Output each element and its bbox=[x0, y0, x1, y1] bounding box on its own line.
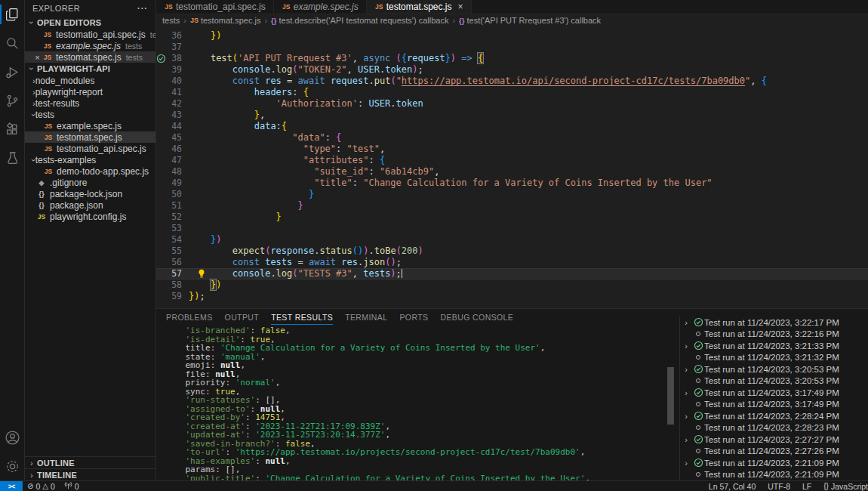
code-token: log bbox=[276, 268, 293, 279]
tree-file-playwright-config-js[interactable]: JSplaywright.config.js bbox=[25, 211, 155, 222]
open-editor-item[interactable]: ×JStestomat.spec.jstests bbox=[25, 51, 155, 63]
sidebar-spacer bbox=[25, 222, 155, 456]
code-line[interactable]: 49 "title": "Change Calculation for a Va… bbox=[156, 178, 868, 189]
tree-folder-node-modules[interactable]: ›node_modules bbox=[25, 75, 155, 86]
project-section-header[interactable]: › PLAYWRIGHT-API bbox=[25, 63, 155, 75]
sidebar-more-icon[interactable]: ··· bbox=[137, 4, 148, 13]
code-line[interactable]: 58 }) bbox=[156, 279, 868, 291]
activity-bar-account-icon[interactable] bbox=[0, 423, 24, 452]
javascript-file-icon: JS bbox=[36, 213, 47, 221]
code-line[interactable]: 53 bbox=[156, 223, 868, 234]
javascript-file-icon: JS bbox=[374, 3, 384, 11]
tree-file-example-spec-js[interactable]: JSexample.spec.js bbox=[25, 120, 155, 131]
code-token: ( bbox=[292, 64, 297, 75]
output-scrollbar[interactable] bbox=[667, 367, 674, 425]
test-run-row[interactable]: ›Test run at 11/24/2023, 2:28:24 PM bbox=[680, 410, 868, 422]
test-run-row[interactable]: ›Test run at 11/24/2023, 3:22:17 PM bbox=[680, 317, 868, 329]
code-line[interactable]: 51 } bbox=[156, 200, 868, 212]
panel-tab-debug-console[interactable]: DEBUG CONSOLE bbox=[440, 310, 513, 324]
test-run-row[interactable]: Test run at 11/24/2023, 3:22:16 PM bbox=[680, 329, 868, 341]
code-line[interactable]: 52 } bbox=[156, 212, 868, 223]
test-run-row[interactable]: Test run at 11/24/2023, 3:20:53 PM bbox=[680, 375, 868, 388]
test-run-row[interactable]: ›Test run at 11/24/2023, 3:20:53 PM bbox=[680, 363, 868, 375]
test-run-row[interactable]: ›Test run at 11/24/2023, 3:17:49 PM bbox=[680, 387, 868, 399]
status-item-lf[interactable]: LF bbox=[796, 481, 817, 491]
activity-bar-search-icon[interactable] bbox=[0, 29, 24, 57]
breadcrumb-item[interactable]: JStestomat.spec.js bbox=[190, 16, 261, 25]
test-run-row[interactable]: ›Test run at 11/24/2023, 2:21:09 PM bbox=[680, 457, 868, 469]
breadcrumb-item[interactable]: {}test.describe('API testomat requests')… bbox=[271, 16, 448, 25]
test-pass-icon[interactable] bbox=[156, 53, 166, 64]
code-line[interactable]: 38 test('API PUT Rrequest #3', async ({r… bbox=[156, 53, 868, 64]
code-line[interactable]: 37 bbox=[156, 42, 868, 53]
timeline-section-header[interactable]: › TIMELINE bbox=[25, 468, 155, 480]
status-item-javascript[interactable]: {}JavaScript bbox=[817, 481, 868, 491]
tree-file-testomat-spec-js[interactable]: JStestomat.spec.js bbox=[25, 131, 155, 143]
test-run-row[interactable]: ›Test run at 11/24/2023, 2:27:27 PM bbox=[680, 434, 868, 446]
activity-bar-testing-icon[interactable] bbox=[0, 144, 24, 172]
activity-bar-source-control-icon[interactable] bbox=[0, 86, 24, 115]
activity-bar-settings-icon[interactable] bbox=[0, 452, 24, 480]
code-line[interactable]: 36 }) bbox=[156, 30, 868, 42]
breadcrumb-item[interactable]: {}test('API PUT Rrequest #3') callback bbox=[459, 16, 601, 25]
panel-tab-problems[interactable]: PROBLEMS bbox=[166, 310, 213, 324]
tab-close-icon[interactable]: × bbox=[457, 2, 463, 12]
test-run-row[interactable]: Test run at 11/24/2023, 2:27:26 PM bbox=[680, 446, 868, 458]
code-line[interactable]: 46 "type": "test", bbox=[156, 144, 868, 155]
panel-tab-output[interactable]: OUTPUT bbox=[225, 310, 260, 324]
test-run-row[interactable]: Test run at 11/24/2023, 3:17:49 PM bbox=[680, 399, 868, 411]
code-line[interactable]: 50 } bbox=[156, 189, 868, 200]
test-run-row[interactable]: Test run at 11/24/2023, 2:21:09 PM bbox=[680, 469, 868, 481]
test-pass-icon bbox=[692, 317, 704, 327]
panel-tab-ports[interactable]: PORTS bbox=[399, 310, 428, 324]
code-line[interactable]: 54 }) bbox=[156, 234, 868, 246]
code-token: console bbox=[232, 64, 271, 75]
test-run-row[interactable]: ›Test run at 11/24/2023, 3:21:33 PM bbox=[680, 340, 868, 352]
status-item-ln-57-col-40[interactable]: Ln 57, Col 40 bbox=[703, 481, 762, 491]
code-line[interactable]: 48 "suite_id": "6ab14cb9", bbox=[156, 166, 868, 178]
code-line[interactable]: 40 const res = await request.put("https:… bbox=[156, 76, 868, 87]
remote-indicator[interactable]: >< bbox=[0, 481, 23, 491]
outline-section-header[interactable]: › OUTLINE bbox=[25, 456, 155, 468]
code-line[interactable]: 57 console.log("TESTS #3", tests); bbox=[156, 268, 868, 279]
activity-bar-extensions-icon[interactable] bbox=[0, 115, 24, 144]
activity-bar-run-debug-icon[interactable] bbox=[0, 57, 24, 86]
panel-tab-terminal[interactable]: TERMINAL bbox=[345, 310, 387, 324]
code-line[interactable]: 41 headers: { bbox=[156, 87, 868, 98]
editor-tab[interactable]: JStestomat.spec.js× bbox=[367, 0, 472, 14]
open-editor-item[interactable]: JStestomatio_api.spec.jstests bbox=[25, 29, 155, 40]
breadcrumb-item[interactable]: tests bbox=[162, 16, 180, 25]
code-line[interactable]: 43 }, bbox=[156, 110, 868, 121]
open-editors-header[interactable]: › OPEN EDITORS bbox=[25, 17, 155, 29]
ports-status[interactable]: 0 bbox=[60, 481, 84, 491]
tree-file-testomatio-api-spec-js[interactable]: JStestomatio_api.spec.js bbox=[25, 143, 155, 154]
code-line[interactable]: 44 data:{ bbox=[156, 121, 868, 132]
status-item-utf-8[interactable]: UTF-8 bbox=[762, 481, 796, 491]
code-line[interactable]: 59}); bbox=[156, 291, 868, 302]
code-editor[interactable]: 36 })3738 test('API PUT Rrequest #3', as… bbox=[156, 26, 868, 308]
code-token: , bbox=[750, 76, 761, 86]
tree-folder-test-results[interactable]: ›test-results bbox=[25, 97, 155, 109]
problems-status[interactable]: ⊘ 0 △ 0 bbox=[23, 481, 60, 491]
code-line[interactable]: 47 "attributes": { bbox=[156, 155, 868, 166]
tree-folder-tests-examples[interactable]: ›tests-examples bbox=[25, 154, 155, 165]
tree-folder-playwright-report[interactable]: ›playwright-report bbox=[25, 86, 155, 97]
code-line[interactable]: 39 console.log("TOKEN-2", USER.token); bbox=[156, 64, 868, 76]
code-line[interactable]: 42 'Authorization': USER.token bbox=[156, 98, 868, 110]
close-icon[interactable]: × bbox=[32, 53, 42, 62]
code-line[interactable]: 55 expect(response.status()).toBe(200) bbox=[156, 246, 868, 257]
editor-tab[interactable]: JSexample.spec.js bbox=[274, 0, 367, 14]
editor-tab[interactable]: JStestomatio_api.spec.js bbox=[156, 0, 274, 14]
tree-file-package-json[interactable]: {}package.json bbox=[25, 199, 155, 211]
panel-tab-test-results[interactable]: TEST RESULTS bbox=[271, 310, 333, 325]
open-editor-item[interactable]: JSexample.spec.jstests bbox=[25, 40, 155, 51]
code-line[interactable]: 56 const tests = await res.json(); bbox=[156, 257, 868, 268]
code-line[interactable]: 45 "data": { bbox=[156, 132, 868, 144]
tree-file-package-lock-json[interactable]: {}package-lock.json bbox=[25, 188, 155, 199]
tree-file-demo-todo-app-spec-js[interactable]: JSdemo-todo-app.spec.js bbox=[25, 165, 155, 177]
activity-bar-explorer-icon[interactable] bbox=[0, 0, 24, 29]
tree-file--gitignore[interactable]: ◆.gitignore bbox=[25, 177, 155, 188]
test-run-row[interactable]: Test run at 11/24/2023, 3:21:32 PM bbox=[680, 352, 868, 364]
test-run-row[interactable]: Test run at 11/24/2023, 2:28:23 PM bbox=[680, 422, 868, 434]
tree-folder-tests[interactable]: ›tests bbox=[25, 109, 155, 120]
